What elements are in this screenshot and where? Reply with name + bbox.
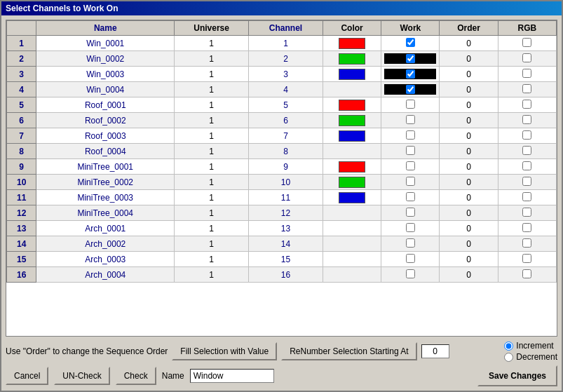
channel-color[interactable] bbox=[323, 205, 381, 221]
channel-work[interactable] bbox=[381, 236, 440, 252]
channel-name: Roof_0001 bbox=[36, 97, 175, 113]
channel-color[interactable] bbox=[323, 190, 381, 205]
channel-number: 9 bbox=[249, 159, 323, 175]
uncheck-button[interactable]: UN-Check bbox=[54, 367, 109, 385]
cancel-button[interactable]: Cancel bbox=[6, 367, 48, 385]
row-number: 15 bbox=[7, 252, 36, 267]
table-row: 10MiniTree_00021100 bbox=[7, 175, 557, 190]
fill-selection-button[interactable]: Fill Selection with Value bbox=[172, 342, 277, 360]
channel-color[interactable] bbox=[323, 82, 381, 97]
channel-universe: 1 bbox=[175, 236, 249, 252]
channel-color[interactable] bbox=[323, 97, 381, 113]
save-changes-button[interactable]: Save Changes bbox=[477, 365, 557, 386]
table-row: 15Arch_00031150 bbox=[7, 252, 557, 267]
channel-order: 0 bbox=[440, 97, 498, 113]
channel-color[interactable] bbox=[323, 221, 381, 236]
channel-work[interactable] bbox=[381, 267, 440, 283]
channel-work[interactable] bbox=[381, 252, 440, 267]
channel-work[interactable] bbox=[381, 97, 440, 113]
decrement-radio[interactable] bbox=[504, 353, 513, 362]
channel-rgb[interactable] bbox=[498, 128, 556, 144]
increment-radio[interactable] bbox=[504, 342, 513, 351]
bottom-row2: Cancel UN-Check Check Name Save Changes bbox=[6, 365, 557, 386]
channel-work[interactable] bbox=[381, 175, 440, 190]
check-button[interactable]: Check bbox=[116, 367, 156, 385]
renumber-value-input[interactable] bbox=[421, 344, 449, 358]
channels-table-container[interactable]: Name Universe Channel Color Work Order R… bbox=[6, 20, 557, 337]
decrement-label: Decrement bbox=[516, 352, 557, 362]
channel-name: Win_0002 bbox=[36, 51, 175, 67]
channel-color[interactable] bbox=[323, 67, 381, 82]
row-number: 9 bbox=[7, 159, 36, 175]
channel-rgb[interactable] bbox=[498, 175, 556, 190]
channel-order: 0 bbox=[440, 159, 498, 175]
channel-work[interactable] bbox=[381, 190, 440, 205]
channel-rgb[interactable] bbox=[498, 67, 556, 82]
row-number: 11 bbox=[7, 190, 36, 205]
col-header-color: Color bbox=[323, 21, 381, 36]
channel-color[interactable] bbox=[323, 236, 381, 252]
channel-number: 5 bbox=[249, 97, 323, 113]
increment-radio-item[interactable]: Increment bbox=[504, 341, 557, 351]
channel-universe: 1 bbox=[175, 51, 249, 67]
row-number: 8 bbox=[7, 144, 36, 159]
row-number: 7 bbox=[7, 128, 36, 144]
channel-work[interactable] bbox=[381, 36, 440, 51]
name-label: Name bbox=[162, 371, 184, 381]
channel-universe: 1 bbox=[175, 205, 249, 221]
channel-color[interactable] bbox=[323, 128, 381, 144]
channel-rgb[interactable] bbox=[498, 97, 556, 113]
channel-order: 0 bbox=[440, 267, 498, 283]
channel-number: 6 bbox=[249, 113, 323, 128]
channel-rgb[interactable] bbox=[498, 144, 556, 159]
channel-number: 1 bbox=[249, 36, 323, 51]
channel-work[interactable] bbox=[381, 128, 440, 144]
channel-rgb[interactable] bbox=[498, 205, 556, 221]
channel-rgb[interactable] bbox=[498, 190, 556, 205]
channel-name: Roof_0004 bbox=[36, 144, 175, 159]
channel-work[interactable] bbox=[381, 221, 440, 236]
channel-number: 3 bbox=[249, 67, 323, 82]
decrement-radio-item[interactable]: Decrement bbox=[504, 352, 557, 362]
col-header-work: Work bbox=[381, 21, 440, 36]
channel-universe: 1 bbox=[175, 221, 249, 236]
channel-rgb[interactable] bbox=[498, 252, 556, 267]
channel-work[interactable] bbox=[381, 82, 440, 97]
renumber-button[interactable]: ReNumber Selection Starting At bbox=[281, 342, 416, 360]
channel-work[interactable] bbox=[381, 144, 440, 159]
channel-rgb[interactable] bbox=[498, 267, 556, 283]
channel-rgb[interactable] bbox=[498, 236, 556, 252]
channel-rgb[interactable] bbox=[498, 221, 556, 236]
channel-work[interactable] bbox=[381, 51, 440, 67]
channel-work[interactable] bbox=[381, 113, 440, 128]
channel-universe: 1 bbox=[175, 159, 249, 175]
channel-rgb[interactable] bbox=[498, 113, 556, 128]
channel-rgb[interactable] bbox=[498, 82, 556, 97]
channel-color[interactable] bbox=[323, 36, 381, 51]
name-input[interactable] bbox=[190, 369, 274, 383]
main-window: Select Channels to Work On Name Universe… bbox=[0, 0, 563, 392]
channel-color[interactable] bbox=[323, 113, 381, 128]
channel-rgb[interactable] bbox=[498, 51, 556, 67]
channel-universe: 1 bbox=[175, 175, 249, 190]
channel-universe: 1 bbox=[175, 267, 249, 283]
channel-color[interactable] bbox=[323, 159, 381, 175]
channel-order: 0 bbox=[440, 252, 498, 267]
table-row: 2Win_0002120 bbox=[7, 51, 557, 67]
channel-rgb[interactable] bbox=[498, 159, 556, 175]
channel-number: 7 bbox=[249, 128, 323, 144]
row-number: 14 bbox=[7, 236, 36, 252]
bottom-area: Use "Order" to change the Sequence Order… bbox=[6, 341, 557, 386]
channel-color[interactable] bbox=[323, 51, 381, 67]
channel-rgb[interactable] bbox=[498, 36, 556, 51]
channel-work[interactable] bbox=[381, 67, 440, 82]
channel-color[interactable] bbox=[323, 267, 381, 283]
channel-color[interactable] bbox=[323, 252, 381, 267]
channel-name: Roof_0002 bbox=[36, 113, 175, 128]
col-header-order: Order bbox=[440, 21, 498, 36]
channel-color[interactable] bbox=[323, 144, 381, 159]
channel-color[interactable] bbox=[323, 175, 381, 190]
channel-work[interactable] bbox=[381, 205, 440, 221]
table-row: 6Roof_0002160 bbox=[7, 113, 557, 128]
channel-work[interactable] bbox=[381, 159, 440, 175]
